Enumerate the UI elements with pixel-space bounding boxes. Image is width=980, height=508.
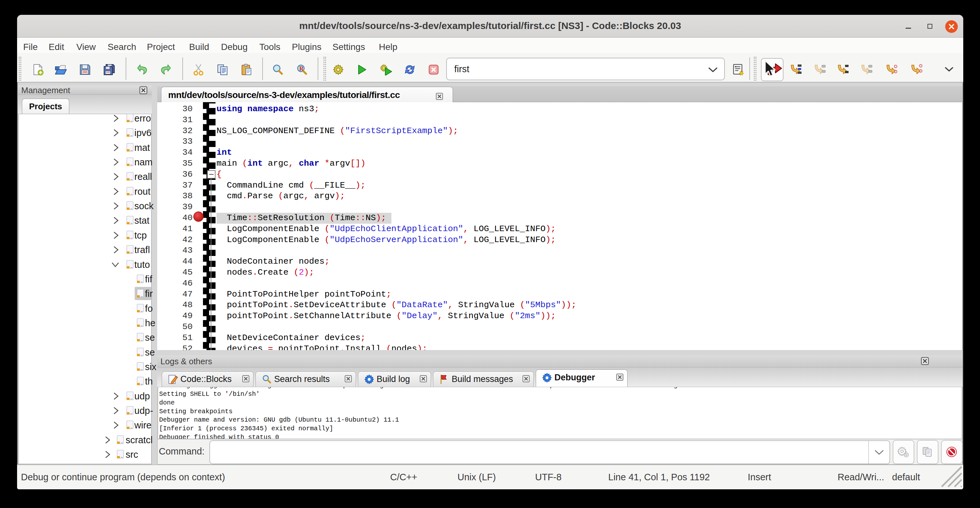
svg-text:R: R bbox=[299, 65, 304, 72]
